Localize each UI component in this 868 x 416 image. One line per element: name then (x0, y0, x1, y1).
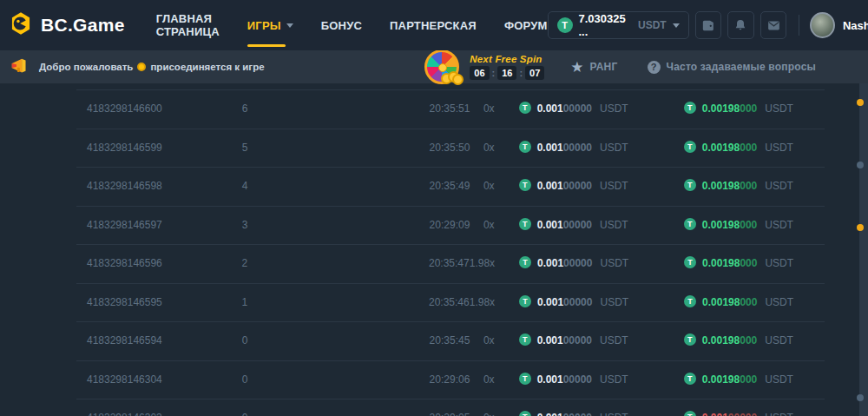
bet-id: 4183298146303 (76, 412, 216, 416)
megaphone-icon (10, 56, 29, 78)
usdt-coin-icon: T (684, 141, 696, 153)
nav-item-bonus[interactable]: БОНУС (321, 0, 362, 50)
coins-icon (441, 71, 464, 85)
username[interactable]: Nashka (843, 19, 868, 32)
nav-item-home[interactable]: ГЛАВНАЯ СТРАНИЦА (156, 0, 220, 50)
bet-round: 1 (216, 296, 273, 308)
free-spin-label: Next Free Spin (470, 54, 544, 64)
usdt-coin-icon: T (684, 411, 696, 416)
bet-row[interactable]: 4183298146303 0 20:29:05 0x T 0.00100000… (76, 399, 825, 416)
bet-round: 2 (216, 257, 273, 269)
wallet-icon (700, 18, 715, 33)
bet-time: 20:29:09 (273, 219, 470, 231)
bet-multiplier: 0x (470, 373, 494, 386)
side-icon (857, 394, 864, 401)
timer-seconds: 07 (525, 66, 544, 80)
rank-label: РАНГ (590, 61, 618, 73)
bet-row[interactable]: 4183298146595 1 20:35:46 1.98x T 0.00100… (76, 283, 825, 322)
bet-row[interactable]: 4183298146598 4 20:35:49 0x T 0.00100000… (76, 167, 825, 206)
bet-id: 4183298146596 (76, 257, 216, 269)
bet-row[interactable]: 4183298146596 2 20:35:47 1.98x T 0.00100… (76, 244, 825, 283)
payout-amount: T 0.00198000 USDT (684, 296, 825, 308)
usdt-coin-icon: T (519, 333, 531, 346)
bet-time: 20:35:51 (273, 102, 470, 115)
usdt-coin-icon: T (684, 179, 696, 191)
active-tab-underline (247, 44, 286, 47)
bet-row[interactable]: 4183298146594 0 20:35:45 0x T 0.00100000… (76, 321, 825, 360)
bet-amount: T 0.00100000 USDT (519, 142, 660, 154)
bet-amount: T 0.00100000 USDT (519, 257, 660, 269)
usdt-coin-icon: T (519, 179, 531, 191)
faq-label: Часто задаваемые вопросы (667, 61, 817, 73)
spin-wheel-icon (424, 50, 459, 84)
notifications-button[interactable] (727, 11, 754, 39)
bet-time: 20:35:45 (273, 334, 470, 347)
nav-item-games[interactable]: ИГРЫ (247, 0, 293, 50)
usdt-coin-icon: T (519, 256, 531, 268)
bet-amount: T 0.00100000 USDT (519, 180, 660, 192)
free-spin-timer: 06 : 16 : 07 (470, 66, 544, 80)
nav-item-affiliate[interactable]: ПАРТНЕРСКАЯ (390, 0, 477, 50)
bet-id: 4183298146597 (76, 219, 216, 231)
chat-panel-edge[interactable] (859, 83, 868, 416)
bet-amount: T 0.00100000 USDT (519, 412, 660, 416)
mail-icon (766, 18, 781, 33)
balance-amount: 7.030325 ... (579, 12, 632, 38)
usdt-coin-icon: T (684, 373, 696, 385)
announcement-right: Next Free Spin 06 : 16 : 07 ★ РАНГ ? Час… (424, 50, 858, 84)
bet-multiplier: 0x (470, 102, 494, 115)
bets-table: 4183298146600 6 20:35:51 0x T 0.00100000… (76, 89, 825, 416)
usdt-coin-icon: T (519, 102, 531, 114)
usdt-coin-icon: T (684, 333, 696, 346)
free-spin-widget[interactable]: Next Free Spin 06 : 16 : 07 (424, 50, 544, 84)
bet-id: 4183298146594 (76, 334, 216, 347)
balance-currency: USDT (638, 19, 667, 31)
bet-time: 20:35:47 (273, 257, 470, 269)
bcgame-hex-icon (9, 11, 33, 39)
usdt-coin-icon: T (684, 256, 696, 268)
bet-multiplier: 0x (470, 334, 494, 347)
usdt-coin-icon: T (519, 373, 531, 385)
bet-multiplier: 0x (470, 180, 494, 192)
bet-time: 20:35:50 (273, 142, 470, 154)
brand-logo[interactable]: BC.Game (9, 11, 125, 39)
bet-time: 20:35:46 (273, 296, 470, 308)
announcement-text: Добро пожаловать присоединяется к игре (39, 62, 265, 72)
chevron-down-icon (286, 23, 293, 28)
usdt-coin-icon: T (519, 218, 531, 230)
timer-hours: 06 (470, 66, 489, 80)
messages-button[interactable] (760, 11, 787, 39)
faq-button[interactable]: ? Часто задаваемые вопросы (648, 61, 817, 74)
announcement-bar: Добро пожаловать присоединяется к игре N… (0, 50, 868, 83)
bet-time: 20:35:49 (273, 180, 470, 192)
bet-row[interactable]: 4183298146304 0 20:29:06 0x T 0.00100000… (76, 360, 825, 399)
bet-multiplier: 0x (470, 412, 494, 416)
bet-round: 5 (216, 142, 273, 154)
bell-icon (733, 18, 747, 32)
payout-amount: T 0.00198000 USDT (684, 373, 825, 386)
nav-item-forum[interactable]: ФОРУМ (504, 0, 548, 50)
rank-button[interactable]: ★ РАНГ (570, 60, 617, 75)
star-icon: ★ (570, 60, 583, 75)
usdt-coin-icon: T (557, 17, 573, 33)
bet-row[interactable]: 4183298146599 5 20:35:50 0x T 0.00100000… (76, 129, 825, 168)
balance-selector[interactable]: T 7.030325 ... USDT (548, 11, 689, 39)
side-icon (857, 162, 864, 168)
bet-amount: T 0.00100000 USDT (519, 219, 660, 231)
timer-minutes: 16 (497, 66, 516, 80)
bet-time: 20:29:05 (273, 412, 470, 416)
bet-row[interactable]: 4183298146597 3 20:29:09 0x T 0.00100000… (76, 206, 825, 245)
payout-amount: T 0.00198000 USDT (684, 180, 825, 192)
divider (799, 15, 799, 36)
bet-multiplier: 0x (470, 142, 494, 154)
bet-amount: T 0.00100000 USDT (519, 296, 660, 308)
bet-row[interactable]: 4183298146600 6 20:35:51 0x T 0.00100000… (76, 89, 825, 129)
wallet-button[interactable] (695, 11, 722, 39)
bet-id: 4183298146599 (76, 142, 216, 154)
user-avatar[interactable] (810, 12, 835, 38)
usdt-coin-icon: T (519, 141, 531, 153)
bet-amount: T 0.00100000 USDT (519, 373, 660, 386)
payout-amount: T 0.00198000 USDT (684, 142, 825, 154)
brand-name: BC.Game (41, 15, 125, 36)
bet-time: 20:29:06 (273, 373, 470, 386)
